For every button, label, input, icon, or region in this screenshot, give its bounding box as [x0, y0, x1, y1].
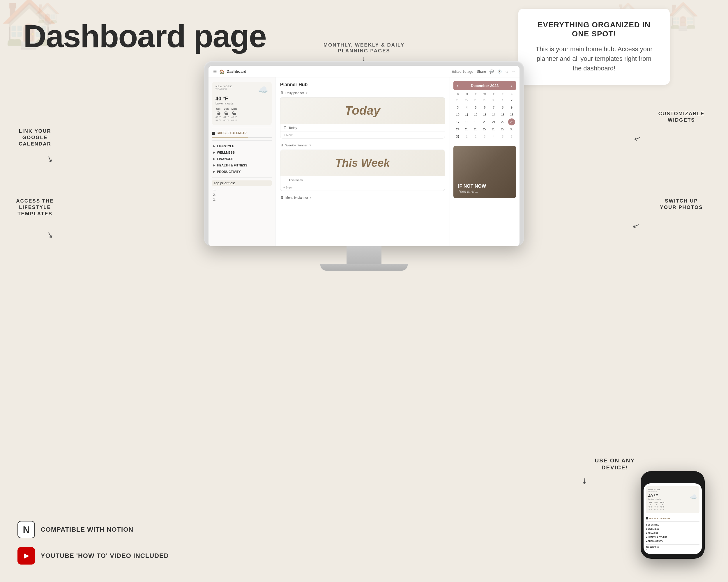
today-item[interactable]: 🗓 Today	[280, 124, 445, 132]
phone-weather-days: Sat ☁ 43 °F34 °F Sun ☁ 44 °F40 °F Mon ☁ …	[648, 501, 697, 511]
calendar-prev-button[interactable]: ‹	[457, 83, 458, 88]
phone-nav-finances[interactable]: ▶ FINANCES	[646, 531, 699, 535]
cal-day[interactable]: 5	[499, 133, 506, 140]
phone-day-sun: Sun ☁ 44 °F40 °F	[654, 501, 658, 511]
daily-planner-icon: 🗓	[280, 91, 284, 95]
bg-house-right-icon: 🏠	[667, 3, 725, 61]
cal-day[interactable]: 10	[454, 111, 461, 118]
phone-nav-health[interactable]: ▶ HEALTH & FITNESS	[646, 535, 699, 539]
cal-day[interactable]: 2	[508, 96, 515, 104]
sidebar-item-lifestyle[interactable]: ▶ LIFESTYLE	[212, 143, 272, 149]
cal-day[interactable]: 26	[454, 96, 461, 104]
cal-day[interactable]: 22	[499, 118, 506, 126]
weather-desc: broken clouds	[215, 102, 234, 105]
cal-day[interactable]: 15	[499, 111, 506, 118]
edited-label: Edited 1d ago	[452, 70, 473, 74]
phone-nav-lifestyle[interactable]: ▶ LIFESTYLE	[646, 523, 699, 527]
cal-day[interactable]: 11	[463, 111, 470, 118]
cal-day[interactable]: 26	[472, 126, 479, 133]
wellness-label: WELLNESS	[217, 151, 235, 154]
clock-icon[interactable]: 🕐	[497, 70, 502, 74]
cal-day[interactable]: 21	[490, 118, 497, 126]
cal-day[interactable]: 25	[463, 126, 470, 133]
weekly-new-row[interactable]: + New	[280, 184, 445, 191]
notion-n-icon: N	[23, 524, 29, 535]
sidebar-item-wellness[interactable]: ▶ WELLNESS	[212, 149, 272, 156]
use-device-arrow: ↗	[579, 475, 591, 487]
cal-day[interactable]: 20	[481, 118, 488, 126]
cal-day[interactable]: 24	[454, 126, 461, 133]
menu-icon[interactable]: ☰	[213, 69, 217, 74]
calendar-next-button[interactable]: ›	[511, 83, 513, 88]
cal-day[interactable]: 5	[472, 104, 479, 111]
cal-day[interactable]: 16	[508, 111, 515, 118]
cal-day[interactable]: 27	[463, 96, 470, 104]
cal-day[interactable]: 2	[472, 133, 479, 140]
daily-new-row[interactable]: + New	[280, 132, 445, 138]
cal-day[interactable]: 30	[490, 96, 497, 104]
cal-day[interactable]: 13	[481, 111, 488, 118]
topbar-right: Edited 1d ago Share 💬 🕐 ☆ ···	[452, 70, 515, 74]
info-box-title: EVERYTHING ORGANIZED IN ONE SPOT!	[533, 20, 655, 38]
progress-fill	[212, 137, 248, 138]
cal-day[interactable]: 27	[481, 126, 488, 133]
comment-icon[interactable]: 💬	[490, 70, 494, 74]
phone-weather-temp: 40 °F	[648, 494, 661, 498]
share-button[interactable]: Share	[477, 70, 486, 74]
weekly-planner-chevron: ∨	[309, 144, 311, 147]
weekly-planner-section: 🗓 Weekly planner ∨ This Week 🗓 This week	[280, 143, 445, 191]
daily-planner-header[interactable]: 🗓 Daily planner ∨	[280, 91, 445, 95]
monitor-stand-neck	[346, 246, 382, 264]
phone-calendar-label: GOOGLE CALENDAR	[649, 518, 670, 520]
cal-day[interactable]: 17	[454, 118, 461, 126]
photos-arrow: ↗	[631, 220, 641, 232]
sidebar-item-health[interactable]: ▶ HEALTH & FITNESS	[212, 162, 272, 168]
photo-widget: IF NOT NOW Then when...	[453, 146, 516, 198]
phone-nav-wellness[interactable]: ▶ WELLNESS	[646, 527, 699, 531]
monthly-planner-header[interactable]: 🗓 Monthly planner ∨	[280, 196, 445, 200]
phone-cal-dot-icon	[646, 517, 648, 520]
cal-day[interactable]: 7	[490, 104, 497, 111]
cal-day[interactable]: 6	[508, 133, 515, 140]
planner-hub-title: Planner Hub	[280, 82, 445, 87]
cal-day[interactable]: 1	[463, 133, 470, 140]
cal-day[interactable]: 6	[481, 104, 488, 111]
cal-day[interactable]: 3	[454, 104, 461, 111]
phone-nav-productivity[interactable]: ▶ PRODUCTIVITY	[646, 539, 699, 543]
cal-day[interactable]: 14	[490, 111, 497, 118]
right-panel: ‹ December 2023 › S M T W T F	[450, 77, 520, 246]
sidebar-item-productivity[interactable]: ▶ PRODUCTIVITY	[212, 168, 272, 175]
sidebar-item-finances[interactable]: ▶ FINANCES	[212, 156, 272, 162]
cal-day[interactable]: 29	[481, 96, 488, 104]
cal-day[interactable]: 4	[490, 133, 497, 140]
cal-day[interactable]: 12	[472, 111, 479, 118]
cal-day[interactable]: 28	[490, 126, 497, 133]
more-icon[interactable]: ···	[512, 70, 515, 74]
calendar-dot-icon	[212, 132, 215, 135]
cal-day[interactable]: 30	[508, 126, 515, 133]
star-icon[interactable]: ☆	[505, 70, 509, 74]
google-calendar-link[interactable]: GOOGLE CALENDAR	[212, 130, 272, 136]
phone-calendar-link[interactable]: GOOGLE CALENDAR	[646, 516, 699, 520]
info-box-text: This is your main home hub. Access your …	[533, 44, 655, 73]
thisweek-item[interactable]: 🗓 This week	[280, 176, 445, 184]
weather-days: Sat 🌥 43 °F34 °F Sun 🌥 44 °F40 °F Mon	[215, 107, 268, 122]
cal-day[interactable]: 9	[508, 104, 515, 111]
phone-day-mon: Mon ☁ 48 °F43 °F	[660, 501, 664, 511]
cal-day[interactable]: 3	[481, 133, 488, 140]
cal-day[interactable]: 31	[454, 133, 461, 140]
home-icon[interactable]: 🏠	[219, 69, 224, 74]
cal-day[interactable]: 29	[499, 126, 506, 133]
cal-day[interactable]: 19	[472, 118, 479, 126]
calendar-month: December 2023	[471, 84, 498, 88]
cal-day-today[interactable]: 23	[508, 118, 515, 126]
cal-day[interactable]: 1	[499, 96, 506, 104]
weekly-planner-icon: 🗓	[280, 143, 284, 147]
cal-day[interactable]: 28	[472, 96, 479, 104]
weather-day-mon: Mon 🌥 48 °F43 °F	[231, 107, 237, 122]
weekly-planner-header[interactable]: 🗓 Weekly planner ∨	[280, 143, 445, 147]
cal-day[interactable]: 18	[463, 118, 470, 126]
cal-day[interactable]: 8	[499, 104, 506, 111]
cal-day[interactable]: 4	[463, 104, 470, 111]
youtube-item: ▶ YOUTUBE 'HOW TO' VIDEO INCLUDED	[18, 547, 169, 564]
